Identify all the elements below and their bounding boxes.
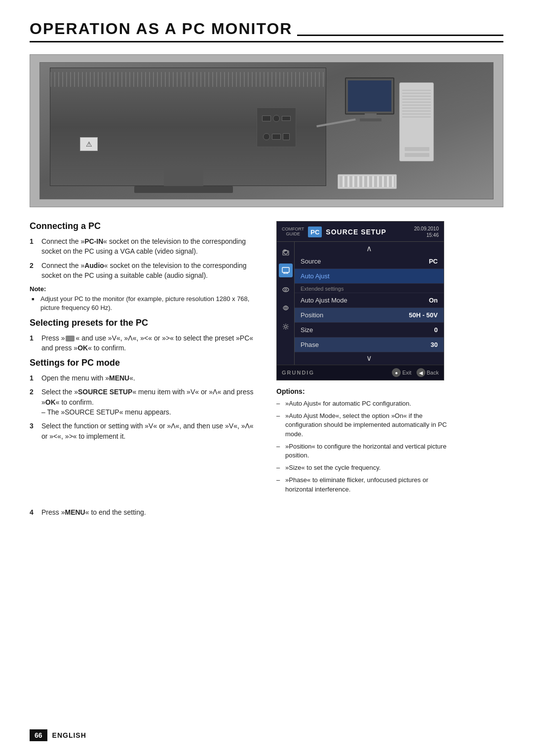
list-item: 1 Connect the »PC-IN« socket on the tele… xyxy=(30,236,257,257)
footer-nav: ● Exit ◀ Back xyxy=(392,368,439,377)
sidebar-icon-camera[interactable] xyxy=(279,245,293,259)
title-underline xyxy=(297,35,503,36)
hero-image: ⚠ xyxy=(30,54,503,207)
menu-arrow-down[interactable]: ∨ xyxy=(295,352,444,365)
connecting-pc-section: Connecting a PC 1 Connect the »PC-IN« so… xyxy=(30,221,257,313)
menu-sidebar xyxy=(277,242,295,365)
settings-pc-list: 1 Open the menu with »MENU«. 2 Select th… xyxy=(30,373,257,441)
sidebar-icon-audio[interactable] xyxy=(279,301,293,315)
menu-row-position[interactable]: Position 50H - 50V xyxy=(295,308,444,323)
options-list-item: »Auto Ajust Mode«, select the option »On… xyxy=(276,412,454,439)
tv-back-panel: ⚠ xyxy=(50,68,326,186)
page-title: OPERATION AS A PC MONITOR xyxy=(30,20,503,42)
list-item: 3 Select the function or setting with »V… xyxy=(30,421,257,441)
svg-point-8 xyxy=(285,289,287,291)
menu-date: 20.09.2010 15:46 xyxy=(414,226,439,238)
svg-point-10 xyxy=(284,326,287,328)
pc-tower xyxy=(399,82,434,161)
list-item: 1 Press »« and use »V«, »Λ«, »<« or »>« … xyxy=(30,333,257,353)
right-column: COMFORT GUIDE PC SOURCE SETUP 20.09.2010… xyxy=(276,221,454,497)
content-columns: Connecting a PC 1 Connect the »PC-IN« so… xyxy=(30,221,503,497)
sidebar-icon-eye[interactable] xyxy=(279,282,293,296)
page-language: ENGLISH xyxy=(47,729,91,741)
connecting-pc-heading: Connecting a PC xyxy=(30,221,257,231)
selecting-presets-section: Selecting presets for the PC 1 Press »« … xyxy=(30,318,257,353)
sidebar-icon-settings[interactable] xyxy=(279,320,293,334)
connecting-pc-list: 1 Connect the »PC-IN« socket on the tele… xyxy=(30,236,257,280)
list-item: 2 Select the »SOURCE SETUP« menu item wi… xyxy=(30,387,257,417)
settings-pc-heading: Settings for PC mode xyxy=(30,358,257,368)
page-number: 66 xyxy=(30,729,47,741)
comfort-guide-label: COMFORT GUIDE xyxy=(282,227,304,237)
menu-footer: GRUNDIG ● Exit ◀ Back xyxy=(277,365,444,380)
menu-row-size[interactable]: Size 0 xyxy=(295,323,444,338)
options-list-item: »Phase« to eliminate flicker, unfocused … xyxy=(276,476,454,493)
grundig-logo: GRUNDIG xyxy=(282,370,314,376)
options-list-item: »Size« to set the cycle frequency. xyxy=(276,463,454,472)
options-list-item: »Position« to configure the horizontal a… xyxy=(276,442,454,460)
pc-tower-lines xyxy=(402,88,431,117)
menu-row-source[interactable]: Source PC xyxy=(295,254,444,269)
menu-panel-body: ∧ Source PC Auto Ajust Extended settings xyxy=(277,242,444,365)
options-section: Options: »Auto Ajust« for automatic PC c… xyxy=(276,387,454,494)
pc-keyboard xyxy=(338,174,397,189)
note-label: Note: xyxy=(30,285,257,293)
menu-row-auto-ajust-mode[interactable]: Auto Ajust Mode On xyxy=(295,293,444,308)
note-block: Note: Adjust your PC to the monitor (for… xyxy=(30,285,257,312)
options-heading: Options: xyxy=(276,387,454,395)
settings-pc-section: Settings for PC mode 1 Open the menu wit… xyxy=(30,358,257,441)
svg-point-7 xyxy=(283,288,289,292)
footer-back-btn[interactable]: ◀ Back xyxy=(417,368,439,377)
hero-image-inner: ⚠ xyxy=(39,62,494,199)
menu-panel-title: SOURCE SETUP xyxy=(326,228,386,236)
list-item: 1 Open the menu with »MENU«. xyxy=(30,373,257,383)
step4-item: 4 Press »MENU« to end the setting. xyxy=(30,507,503,517)
menu-content: ∧ Source PC Auto Ajust Extended settings xyxy=(295,242,444,365)
menu-panel-header: COMFORT GUIDE PC SOURCE SETUP 20.09.2010… xyxy=(277,222,444,242)
sidebar-icon-pc[interactable] xyxy=(279,264,293,277)
list-item: 2 Connect the »Audio« socket on the tele… xyxy=(30,261,257,281)
selecting-presets-list: 1 Press »« and use »V«, »Λ«, »<« or »>« … xyxy=(30,333,257,353)
options-list: »Auto Ajust« for automatic PC configurat… xyxy=(276,399,454,494)
svg-point-9 xyxy=(285,307,287,309)
step4-list: 4 Press »MENU« to end the setting. xyxy=(30,507,503,517)
tv-back-lines xyxy=(50,72,326,87)
selecting-presets-heading: Selecting presets for the PC xyxy=(30,318,257,328)
back-circle: ◀ xyxy=(417,368,425,377)
exit-circle: ● xyxy=(392,368,401,377)
pc-monitor-small xyxy=(345,77,394,114)
note-item: Adjust your PC to the monitor (for examp… xyxy=(32,295,257,312)
svg-rect-3 xyxy=(282,267,289,272)
options-list-item: »Auto Ajust« for automatic PC configurat… xyxy=(276,399,454,408)
menu-row-auto-ajust[interactable]: Auto Ajust xyxy=(295,269,444,284)
menu-section-extended: Extended settings xyxy=(295,284,444,293)
menu-header-left: COMFORT GUIDE PC SOURCE SETUP xyxy=(282,227,386,237)
pc-icon: PC xyxy=(308,227,322,237)
tv-stand-base xyxy=(134,186,233,193)
menu-panel: COMFORT GUIDE PC SOURCE SETUP 20.09.2010… xyxy=(276,221,444,380)
left-column: Connecting a PC 1 Connect the »PC-IN« so… xyxy=(30,221,257,497)
page-footer: 66 ENGLISH xyxy=(30,729,91,741)
footer-exit-btn[interactable]: ● Exit xyxy=(392,368,411,377)
menu-row-phase[interactable]: Phase 30 xyxy=(295,338,444,352)
bottom-section: 4 Press »MENU« to end the setting. xyxy=(30,507,503,517)
menu-arrow-up[interactable]: ∧ xyxy=(295,242,444,254)
